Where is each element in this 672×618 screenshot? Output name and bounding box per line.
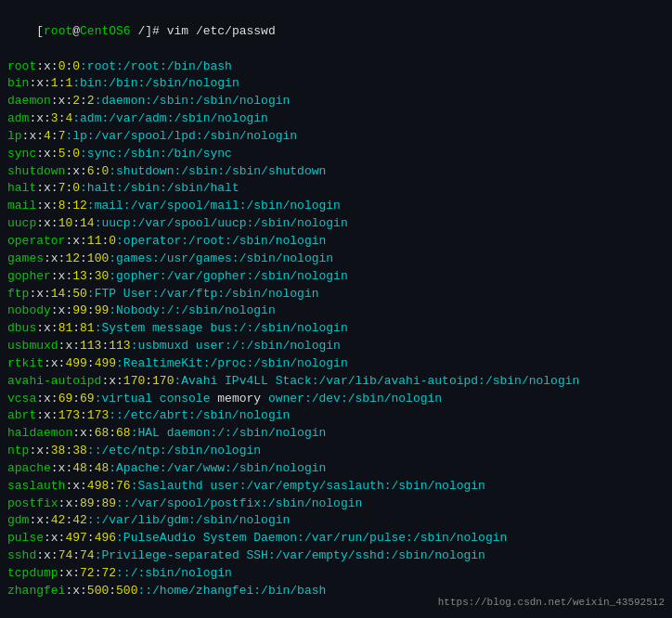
line-segment: 99 <box>95 303 110 317</box>
terminal-window: [root@CentOS6 /]# vim /etc/passwd root:x… <box>0 0 672 618</box>
line-segment: 14 <box>80 216 95 230</box>
file-line: sync:x:5:0:sync:/sbin:/bin/sync <box>7 146 665 163</box>
line-segment: 499 <box>95 356 116 370</box>
line-segment: :x: <box>65 234 86 248</box>
line-segment: :x: <box>51 303 72 317</box>
line-segment: 13 <box>72 269 87 283</box>
line-segment: 497 <box>65 531 86 545</box>
line-segment: operator <box>7 234 65 248</box>
line-segment: 72 <box>101 566 116 580</box>
file-line: halt:x:7:0:halt:/sbin:/sbin/halt <box>7 180 665 198</box>
line-segment: : <box>87 303 95 317</box>
line-segment: postfix <box>7 496 58 510</box>
line-segment: :x: <box>44 356 65 370</box>
line-segment: :x: <box>36 408 58 422</box>
file-line: avahi-autoipd:x:170:170:Avahi IPv4LL Sta… <box>7 373 665 391</box>
line-segment: :shutdown:/sbin:/sbin/shutdown <box>109 164 326 178</box>
line-segment: memory <box>217 392 261 406</box>
line-segment: 69 <box>58 392 73 406</box>
line-segment: 4 <box>44 129 51 143</box>
line-segment: pulse <box>7 531 44 545</box>
line-segment: : <box>72 216 80 230</box>
line-segment: :gopher:/var/gopher:/sbin/nologin <box>109 269 347 283</box>
file-line: sshd:x:74:74:Privilege-separated SSH:/va… <box>7 547 665 565</box>
line-segment: lp <box>7 129 22 143</box>
line-segment: :System message bus:/:/sbin/nologin <box>95 321 348 335</box>
line-segment: :Nobody:/:/sbin/nologin <box>109 303 275 317</box>
line-segment: :HAL daemon:/:/sbin/nologin <box>131 426 327 440</box>
line-segment: avahi-autoipd <box>7 374 101 388</box>
file-line: usbmuxd:x:113:113:usbmuxd user:/:/sbin/n… <box>7 338 665 355</box>
file-line: postfix:x:89:89::/var/spool/postfix:/sbi… <box>7 496 665 513</box>
file-line: games:x:12:100:games:/usr/games:/sbin/no… <box>7 251 665 268</box>
file-line: abrt:x:173:173::/etc/abrt:/sbin/nologin <box>7 407 665 425</box>
line-segment: nobody <box>7 303 51 317</box>
file-line: shutdown:x:6:0:shutdown:/sbin:/sbin/shut… <box>7 163 665 181</box>
line-segment: apache <box>7 461 51 475</box>
line-segment: :x: <box>58 566 80 580</box>
line-segment: 498 <box>87 479 109 493</box>
line-segment: adm <box>7 111 29 125</box>
line-segment: ::/:sbin/nologin <box>116 566 232 580</box>
file-line: saslauth:x:498:76:Saslauthd user:/var/em… <box>7 478 665 496</box>
line-segment: owner:/dev:/sbin/nologin <box>261 392 442 406</box>
prompt-dir: /]# vim /etc/passwd <box>131 24 276 38</box>
line-segment: 0 <box>72 181 80 195</box>
line-segment: :x: <box>101 374 123 388</box>
line-segment: : <box>72 392 80 406</box>
line-segment: :x: <box>58 496 80 510</box>
line-segment: 50 <box>72 287 87 301</box>
line-segment: 76 <box>116 479 131 493</box>
line-segment: 12 <box>72 199 87 212</box>
line-segment: :sync:/sbin:/bin/sync <box>80 147 232 161</box>
line-segment: 173 <box>87 408 109 422</box>
line-segment: ::/var/lib/gdm:/sbin/nologin <box>87 513 290 527</box>
line-segment: 81 <box>80 321 95 335</box>
line-segment: 173 <box>58 408 80 422</box>
line-segment: abrt <box>7 408 36 422</box>
line-segment: :x: <box>36 147 58 161</box>
line-segment: 170 <box>152 374 174 388</box>
line-segment: :games:/usr/games:/sbin/nologin <box>109 251 333 265</box>
file-line: operator:x:11:0:operator:/root:/sbin/nol… <box>7 233 665 251</box>
file-line: haldaemon:x:68:68:HAL daemon:/:/sbin/nol… <box>7 425 665 443</box>
line-segment: : <box>72 548 80 562</box>
line-segment: 500 <box>87 584 109 598</box>
line-segment: 89 <box>101 496 116 510</box>
line-segment: :Apache:/var/www:/sbin/nologin <box>109 461 326 475</box>
line-segment: :virtual console <box>95 392 218 406</box>
line-segment: :Privilege-separated SSH:/var/empty/sshd… <box>95 548 485 562</box>
line-segment: :daemon:/sbin:/sbin/nologin <box>95 94 291 108</box>
line-segment: 0 <box>109 234 116 248</box>
line-segment: 170 <box>123 374 145 388</box>
line-segment: : <box>87 531 95 545</box>
file-line: ftp:x:14:50:FTP User:/var/ftp:/sbin/nolo… <box>7 286 665 303</box>
line-segment: 89 <box>80 496 95 510</box>
line-segment: uucp <box>7 216 36 230</box>
line-segment: :Avahi IPv4LL Stack:/var/lib/avahi-autoi… <box>174 374 579 388</box>
line-segment: : <box>80 94 87 108</box>
line-segment: ftp <box>7 287 29 301</box>
line-segment: 12 <box>65 251 80 265</box>
file-line: dbus:x:81:81:System message bus:/:/sbin/… <box>7 320 665 338</box>
line-segment: : <box>80 408 87 422</box>
line-segment: :x: <box>29 287 50 301</box>
line-segment: 6 <box>87 164 95 178</box>
line-segment: 81 <box>58 321 73 335</box>
file-line: pulse:x:497:496:PulseAudio System Daemon… <box>7 530 665 547</box>
line-segment: 48 <box>72 461 87 475</box>
line-segment: ::/etc/ntp:/sbin/nologin <box>87 444 261 457</box>
file-line: bin:x:1:1:bin:/bin:/sbin/nologin <box>7 75 665 93</box>
line-segment: :RealtimeKit:/proc:/sbin/nologin <box>116 356 348 370</box>
line-segment: halt <box>7 181 36 195</box>
line-segment: :x: <box>51 269 72 283</box>
line-segment: :adm:/var/adm:/sbin/nologin <box>72 111 268 125</box>
line-segment: gopher <box>7 269 51 283</box>
line-segment: 499 <box>65 356 86 370</box>
line-segment: :x: <box>36 59 58 73</box>
line-segment: :x: <box>29 513 50 527</box>
line-segment: rtkit <box>7 356 44 370</box>
watermark: https://blog.csdn.net/weixin_43592512 <box>438 596 665 611</box>
line-segment: games <box>7 251 44 265</box>
line-segment: : <box>87 461 95 475</box>
